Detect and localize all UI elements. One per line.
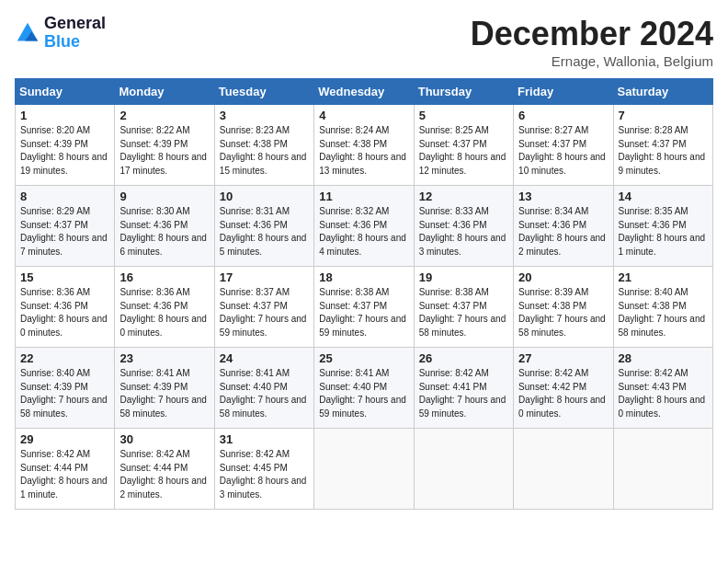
day-info: Sunrise: 8:42 AM Sunset: 4:41 PM Dayligh… bbox=[419, 367, 508, 420]
day-info: Sunrise: 8:32 AM Sunset: 4:36 PM Dayligh… bbox=[319, 205, 408, 259]
calendar-cell: 13 Sunrise: 8:34 AM Sunset: 4:36 PM Dayl… bbox=[514, 186, 613, 267]
day-number: 18 bbox=[319, 270, 408, 284]
day-info: Sunrise: 8:42 AM Sunset: 4:43 PM Dayligh… bbox=[619, 367, 708, 420]
day-number: 23 bbox=[119, 351, 209, 365]
day-number: 10 bbox=[220, 190, 309, 203]
day-info: Sunrise: 8:42 AM Sunset: 4:44 PM Dayligh… bbox=[119, 448, 209, 501]
day-of-week-header: Tuesday bbox=[214, 79, 313, 105]
day-number: 14 bbox=[619, 190, 708, 203]
day-info: Sunrise: 8:20 AM Sunset: 4:39 PM Dayligh… bbox=[20, 124, 109, 178]
day-number: 9 bbox=[119, 190, 209, 203]
calendar-week-row: 8 Sunrise: 8:29 AM Sunset: 4:37 PM Dayli… bbox=[16, 186, 713, 267]
day-number: 15 bbox=[20, 270, 109, 284]
day-number: 5 bbox=[419, 109, 508, 122]
day-info: Sunrise: 8:23 AM Sunset: 4:38 PM Dayligh… bbox=[220, 124, 309, 178]
day-info: Sunrise: 8:42 AM Sunset: 4:42 PM Dayligh… bbox=[518, 367, 608, 420]
day-number: 16 bbox=[119, 270, 209, 284]
calendar-cell bbox=[414, 429, 513, 510]
calendar-cell: 7 Sunrise: 8:28 AM Sunset: 4:37 PM Dayli… bbox=[613, 105, 712, 186]
calendar-cell: 20 Sunrise: 8:39 AM Sunset: 4:38 PM Dayl… bbox=[514, 267, 613, 348]
day-info: Sunrise: 8:41 AM Sunset: 4:40 PM Dayligh… bbox=[220, 367, 309, 420]
calendar-cell: 6 Sunrise: 8:27 AM Sunset: 4:37 PM Dayli… bbox=[514, 105, 613, 186]
day-info: Sunrise: 8:22 AM Sunset: 4:39 PM Dayligh… bbox=[119, 124, 209, 178]
calendar-cell: 12 Sunrise: 8:33 AM Sunset: 4:36 PM Dayl… bbox=[414, 186, 513, 267]
calendar-cell: 30 Sunrise: 8:42 AM Sunset: 4:44 PM Dayl… bbox=[115, 429, 214, 510]
day-info: Sunrise: 8:30 AM Sunset: 4:36 PM Dayligh… bbox=[119, 205, 209, 259]
calendar-cell: 15 Sunrise: 8:36 AM Sunset: 4:36 PM Dayl… bbox=[16, 267, 115, 348]
day-of-week-header: Monday bbox=[115, 79, 214, 105]
calendar-cell: 23 Sunrise: 8:41 AM Sunset: 4:39 PM Dayl… bbox=[115, 348, 214, 429]
calendar-cell: 9 Sunrise: 8:30 AM Sunset: 4:36 PM Dayli… bbox=[115, 186, 214, 267]
calendar-cell: 1 Sunrise: 8:20 AM Sunset: 4:39 PM Dayli… bbox=[16, 105, 115, 186]
calendar-cell: 3 Sunrise: 8:23 AM Sunset: 4:38 PM Dayli… bbox=[214, 105, 313, 186]
day-number: 6 bbox=[518, 109, 608, 122]
day-number: 19 bbox=[419, 270, 508, 284]
day-info: Sunrise: 8:36 AM Sunset: 4:36 PM Dayligh… bbox=[119, 286, 209, 339]
day-number: 29 bbox=[20, 432, 109, 446]
day-number: 30 bbox=[119, 432, 209, 446]
day-number: 4 bbox=[319, 109, 408, 122]
calendar-cell bbox=[613, 429, 712, 510]
day-info: Sunrise: 8:27 AM Sunset: 4:37 PM Dayligh… bbox=[518, 124, 608, 178]
day-info: Sunrise: 8:28 AM Sunset: 4:37 PM Dayligh… bbox=[619, 124, 708, 178]
calendar-cell: 4 Sunrise: 8:24 AM Sunset: 4:38 PM Dayli… bbox=[314, 105, 414, 186]
day-info: Sunrise: 8:25 AM Sunset: 4:37 PM Dayligh… bbox=[419, 124, 508, 178]
day-of-week-header: Friday bbox=[514, 79, 613, 105]
day-number: 22 bbox=[20, 351, 109, 365]
day-info: Sunrise: 8:41 AM Sunset: 4:40 PM Dayligh… bbox=[319, 367, 408, 420]
calendar-body: 1 Sunrise: 8:20 AM Sunset: 4:39 PM Dayli… bbox=[16, 105, 713, 510]
day-number: 26 bbox=[419, 351, 508, 365]
location: Ernage, Wallonia, Belgium bbox=[471, 53, 713, 69]
day-number: 12 bbox=[419, 190, 508, 203]
calendar-cell: 26 Sunrise: 8:42 AM Sunset: 4:41 PM Dayl… bbox=[414, 348, 513, 429]
calendar-cell bbox=[514, 429, 613, 510]
calendar-cell: 22 Sunrise: 8:40 AM Sunset: 4:39 PM Dayl… bbox=[16, 348, 115, 429]
day-info: Sunrise: 8:36 AM Sunset: 4:36 PM Dayligh… bbox=[20, 286, 109, 339]
calendar-cell: 5 Sunrise: 8:25 AM Sunset: 4:37 PM Dayli… bbox=[414, 105, 513, 186]
calendar-cell: 8 Sunrise: 8:29 AM Sunset: 4:37 PM Dayli… bbox=[16, 186, 115, 267]
calendar-cell bbox=[314, 429, 414, 510]
day-number: 1 bbox=[20, 109, 109, 122]
day-number: 25 bbox=[319, 351, 408, 365]
title-block: December 2024 Ernage, Wallonia, Belgium bbox=[471, 15, 713, 69]
day-of-week-header: Wednesday bbox=[314, 79, 414, 105]
calendar-cell: 28 Sunrise: 8:42 AM Sunset: 4:43 PM Dayl… bbox=[613, 348, 712, 429]
calendar-cell: 27 Sunrise: 8:42 AM Sunset: 4:42 PM Dayl… bbox=[514, 348, 613, 429]
calendar-table: SundayMondayTuesdayWednesdayThursdayFrid… bbox=[15, 78, 713, 510]
day-number: 7 bbox=[619, 109, 708, 122]
calendar-cell: 29 Sunrise: 8:42 AM Sunset: 4:44 PM Dayl… bbox=[16, 429, 115, 510]
day-number: 21 bbox=[619, 270, 708, 284]
calendar-cell: 11 Sunrise: 8:32 AM Sunset: 4:36 PM Dayl… bbox=[314, 186, 414, 267]
day-info: Sunrise: 8:41 AM Sunset: 4:39 PM Dayligh… bbox=[119, 367, 209, 420]
day-info: Sunrise: 8:42 AM Sunset: 4:45 PM Dayligh… bbox=[220, 448, 309, 501]
calendar-week-row: 29 Sunrise: 8:42 AM Sunset: 4:44 PM Dayl… bbox=[16, 429, 713, 510]
calendar-cell: 19 Sunrise: 8:38 AM Sunset: 4:37 PM Dayl… bbox=[414, 267, 513, 348]
day-info: Sunrise: 8:24 AM Sunset: 4:38 PM Dayligh… bbox=[319, 124, 408, 178]
day-number: 24 bbox=[220, 351, 309, 365]
day-number: 8 bbox=[20, 190, 109, 203]
calendar-week-row: 1 Sunrise: 8:20 AM Sunset: 4:39 PM Dayli… bbox=[16, 105, 713, 186]
day-number: 3 bbox=[220, 109, 309, 122]
calendar-cell: 31 Sunrise: 8:42 AM Sunset: 4:45 PM Dayl… bbox=[214, 429, 313, 510]
day-of-week-header: Sunday bbox=[16, 79, 115, 105]
day-info: Sunrise: 8:31 AM Sunset: 4:36 PM Dayligh… bbox=[220, 205, 309, 259]
day-info: Sunrise: 8:37 AM Sunset: 4:37 PM Dayligh… bbox=[220, 286, 309, 339]
day-info: Sunrise: 8:33 AM Sunset: 4:36 PM Dayligh… bbox=[419, 205, 508, 259]
calendar-header-row: SundayMondayTuesdayWednesdayThursdayFrid… bbox=[16, 79, 713, 105]
day-info: Sunrise: 8:39 AM Sunset: 4:38 PM Dayligh… bbox=[518, 286, 608, 339]
calendar-cell: 14 Sunrise: 8:35 AM Sunset: 4:36 PM Dayl… bbox=[613, 186, 712, 267]
calendar-cell: 18 Sunrise: 8:38 AM Sunset: 4:37 PM Dayl… bbox=[314, 267, 414, 348]
day-number: 27 bbox=[518, 351, 608, 365]
calendar-cell: 21 Sunrise: 8:40 AM Sunset: 4:38 PM Dayl… bbox=[613, 267, 712, 348]
calendar-cell: 17 Sunrise: 8:37 AM Sunset: 4:37 PM Dayl… bbox=[214, 267, 313, 348]
day-number: 2 bbox=[119, 109, 209, 122]
calendar-cell: 10 Sunrise: 8:31 AM Sunset: 4:36 PM Dayl… bbox=[214, 186, 313, 267]
logo-text: GeneralBlue bbox=[44, 15, 106, 52]
day-info: Sunrise: 8:40 AM Sunset: 4:38 PM Dayligh… bbox=[619, 286, 708, 339]
calendar-cell: 25 Sunrise: 8:41 AM Sunset: 4:40 PM Dayl… bbox=[314, 348, 414, 429]
logo: GeneralBlue bbox=[15, 15, 106, 52]
calendar-week-row: 22 Sunrise: 8:40 AM Sunset: 4:39 PM Dayl… bbox=[16, 348, 713, 429]
calendar-week-row: 15 Sunrise: 8:36 AM Sunset: 4:36 PM Dayl… bbox=[16, 267, 713, 348]
day-number: 20 bbox=[518, 270, 608, 284]
calendar-cell: 24 Sunrise: 8:41 AM Sunset: 4:40 PM Dayl… bbox=[214, 348, 313, 429]
